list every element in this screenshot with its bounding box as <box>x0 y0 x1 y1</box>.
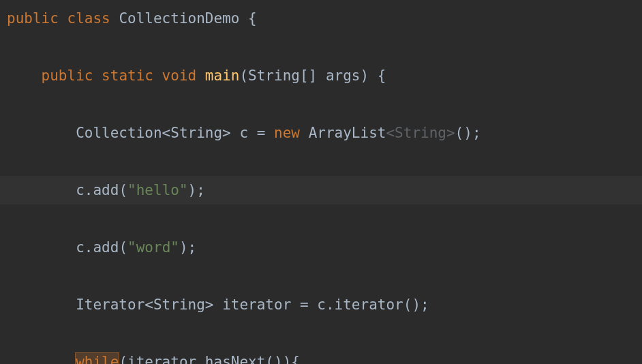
code-line[interactable]: c.add("word"); <box>0 233 642 262</box>
code-line[interactable]: public class CollectionDemo { <box>0 4 642 33</box>
paren-open: ( <box>239 67 248 84</box>
keyword-new: new <box>274 125 300 141</box>
method-name: main <box>205 67 240 84</box>
redundant-type: String <box>395 125 446 141</box>
keyword-class: class <box>67 10 110 27</box>
string-literal: "hello" <box>127 182 188 198</box>
code-line[interactable]: Iterator<String> iterator = c.iterator()… <box>0 290 642 319</box>
keyword-public: public <box>42 67 93 84</box>
code-line[interactable]: while(iterator.hasNext()){ <box>0 348 642 364</box>
code-line[interactable]: Collection<String> c = new ArrayList<Str… <box>0 119 642 147</box>
brace-open: { <box>378 67 386 84</box>
class-name: CollectionDemo <box>119 10 239 27</box>
keyword-void: void <box>162 67 197 84</box>
brace-open: { <box>248 10 257 27</box>
keyword-static: static <box>102 67 153 84</box>
brace-open: { <box>291 354 300 364</box>
code-line-highlighted[interactable]: c.add("hello"); <box>0 176 642 204</box>
code-editor[interactable]: public class CollectionDemo { public sta… <box>0 0 642 364</box>
keyword-while-highlighted: while <box>76 353 119 364</box>
string-literal: "word" <box>127 239 179 256</box>
code-line[interactable]: public static void main(String[] args) { <box>0 61 642 90</box>
paren-close: ) <box>360 67 369 84</box>
keyword-public: public <box>7 10 59 27</box>
